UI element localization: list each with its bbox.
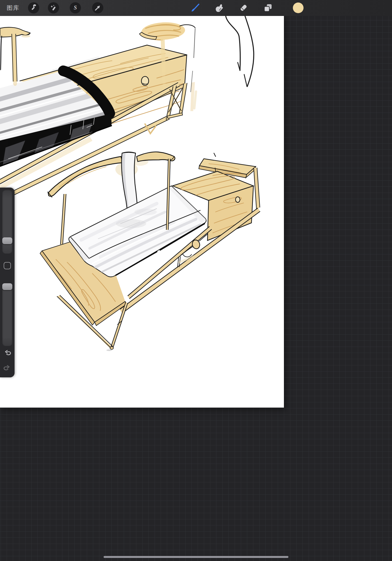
selection-button[interactable]: S	[70, 2, 81, 13]
erase-tool-button[interactable]	[238, 2, 249, 13]
transform-arrow-icon	[94, 4, 101, 11]
redo-button[interactable]	[3, 364, 11, 373]
brush-opacity-slider[interactable]	[2, 282, 12, 346]
selection-s-icon: S	[72, 4, 79, 11]
layers-button[interactable]	[262, 2, 274, 13]
drawing-canvas[interactable]	[0, 16, 284, 408]
svg-text:S: S	[74, 4, 77, 11]
adjustments-button[interactable]	[48, 2, 59, 13]
eraser-icon	[239, 3, 248, 13]
undo-icon	[3, 349, 11, 358]
brush-size-slider[interactable]	[2, 189, 12, 254]
furniture-sketch	[0, 16, 284, 408]
smudge-finger-icon	[214, 3, 224, 13]
home-indicator[interactable]	[104, 556, 288, 558]
smudge-tool-button[interactable]	[214, 2, 225, 13]
magic-wand-icon	[50, 4, 57, 11]
transform-button[interactable]	[92, 2, 103, 13]
drawer-knob	[235, 197, 240, 202]
brush-size-handle[interactable]	[2, 237, 12, 244]
bench-sketch-top-left	[0, 21, 196, 202]
layers-icon	[263, 3, 273, 13]
bench-sketch-center	[40, 152, 260, 351]
color-swatch-button[interactable]	[293, 2, 304, 13]
top-toolbar: 图库 S	[0, 0, 392, 16]
arrow-sketch	[226, 16, 254, 87]
color-swatch-icon	[293, 2, 304, 14]
undo-button[interactable]	[3, 349, 11, 358]
paint-brush-icon	[190, 3, 200, 13]
bench2-left-horn	[48, 156, 123, 197]
redo-icon	[3, 364, 11, 373]
actions-button[interactable]	[28, 2, 39, 13]
brush-opacity-handle[interactable]	[2, 283, 12, 290]
bench2-shelf	[199, 153, 256, 178]
gallery-button[interactable]: 图库	[7, 4, 20, 12]
paint-tool-button[interactable]	[190, 2, 201, 13]
wrench-icon	[30, 4, 37, 11]
bench1-backrest-arm	[0, 27, 30, 86]
brush-sidebar	[0, 188, 15, 377]
modify-button[interactable]	[4, 262, 11, 269]
